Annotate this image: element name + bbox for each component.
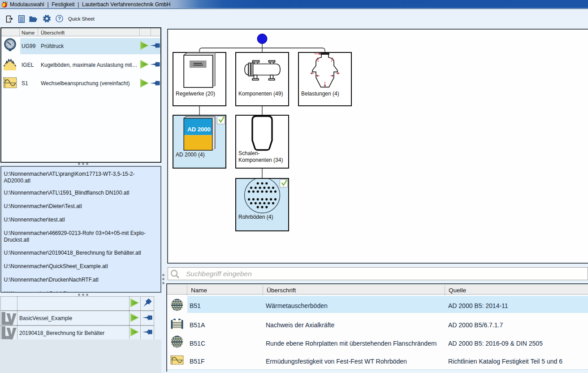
svg-text:AD 2000: AD 2000 xyxy=(187,126,211,133)
svg-text:?: ? xyxy=(58,16,61,21)
